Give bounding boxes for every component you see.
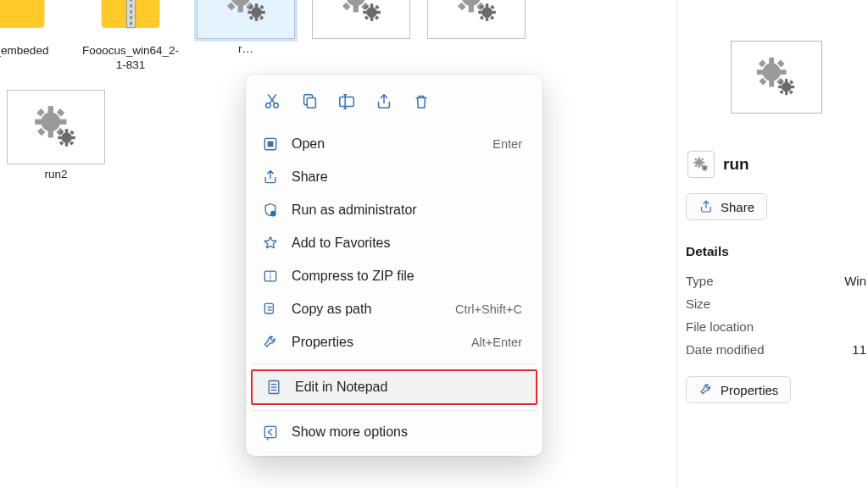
menu-compress-zip[interactable]: Compress to ZIP file [249, 260, 539, 292]
menu-label: Open [292, 136, 481, 152]
rename-button[interactable] [329, 85, 364, 119]
details-key: File location [686, 319, 754, 334]
file-label: on_embeded [0, 44, 48, 58]
wrench-icon [261, 333, 280, 352]
cut-button[interactable] [254, 85, 290, 119]
menu-open[interactable]: Open Enter [249, 128, 539, 160]
details-row-location: File location [684, 315, 868, 338]
menu-label: Copy as path [292, 302, 443, 317]
file-item[interactable]: run2 [7, 90, 105, 182]
file-item[interactable]: Fooocus_win64_2-1-831 [81, 0, 180, 73]
details-key: Date modified [686, 342, 765, 357]
preview-thumbnail [731, 41, 822, 114]
star-icon [261, 234, 280, 252]
details-row-size: Size [684, 292, 868, 315]
highlight-box: Edit in Notepad [251, 369, 537, 405]
details-share-button[interactable]: Share [686, 193, 767, 220]
batch-file-icon [427, 0, 526, 39]
menu-add-favorites[interactable]: Add to Favorites [249, 227, 539, 259]
details-key: Size [686, 297, 710, 311]
menu-label: Show more options [292, 424, 522, 440]
details-heading: Details [686, 244, 868, 259]
batch-file-icon [197, 0, 295, 39]
share-icon [261, 168, 280, 186]
menu-label: Properties [292, 335, 459, 350]
open-icon [261, 135, 280, 153]
button-label: Properties [721, 383, 778, 397]
more-icon [261, 423, 280, 441]
details-key: Type [686, 274, 714, 288]
zip-icon [261, 267, 280, 286]
menu-shortcut: Alt+Enter [471, 336, 522, 349]
copy-button[interactable] [292, 85, 327, 119]
details-row-modified: Date modified 11 [684, 338, 868, 361]
details-filename: run [723, 155, 749, 174]
notepad-icon [264, 378, 283, 396]
file-label: Fooocus_win64_2-1-831 [81, 44, 180, 73]
file-item-selected[interactable]: r… [197, 0, 295, 57]
share-icon [698, 199, 714, 214]
menu-label: Share [292, 169, 522, 185]
details-value: Win [844, 274, 866, 288]
file-item[interactable] [427, 0, 526, 42]
context-menu-toolbar [246, 81, 542, 127]
button-label: Share [721, 200, 754, 214]
zip-folder-icon [81, 0, 180, 41]
menu-share[interactable]: Share [249, 161, 539, 193]
folder-icon [0, 0, 64, 41]
menu-shortcut: Enter [492, 137, 522, 151]
wrench-icon [698, 382, 714, 397]
menu-show-more-options[interactable]: Show more options [249, 416, 539, 448]
batch-file-icon [312, 0, 410, 39]
delete-button[interactable] [403, 85, 439, 119]
menu-separator [251, 410, 537, 411]
context-menu: Open Enter Share Run as administrator Ad… [246, 75, 542, 456]
details-pane: run Share Details Type Win Size File loc… [676, 0, 868, 488]
batch-file-icon [7, 90, 105, 164]
share-button[interactable] [366, 85, 402, 119]
menu-label: Compress to ZIP file [292, 269, 522, 284]
menu-label: Add to Favorites [292, 236, 522, 251]
details-properties-button[interactable]: Properties [686, 376, 791, 403]
menu-label: Run as administrator [292, 202, 522, 218]
file-type-icon [687, 151, 715, 178]
menu-run-as-admin[interactable]: Run as administrator [249, 194, 539, 226]
file-item[interactable] [312, 0, 410, 42]
details-value: 11 [852, 342, 866, 357]
copy-path-icon [261, 300, 280, 319]
menu-edit-in-notepad[interactable]: Edit in Notepad [253, 371, 536, 403]
file-label: run2 [44, 168, 67, 182]
menu-properties[interactable]: Properties Alt+Enter [249, 326, 539, 358]
details-row-type: Type Win [684, 269, 868, 292]
file-item[interactable]: on_embeded [0, 0, 64, 58]
file-label: r… [238, 42, 253, 57]
shield-icon [261, 201, 280, 219]
menu-label: Edit in Notepad [295, 380, 519, 395]
menu-copy-as-path[interactable]: Copy as path Ctrl+Shift+C [249, 293, 539, 325]
menu-shortcut: Ctrl+Shift+C [455, 302, 522, 316]
menu-separator [251, 363, 537, 364]
